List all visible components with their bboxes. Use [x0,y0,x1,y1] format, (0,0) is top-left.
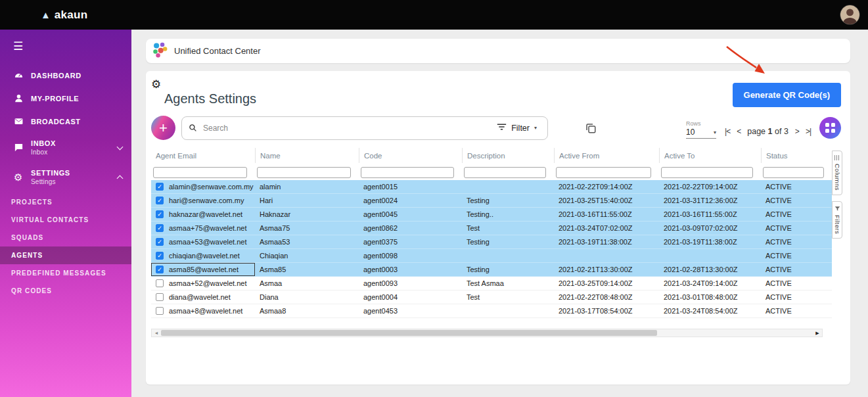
column-filter-input[interactable] [361,167,454,178]
search-icon [189,124,197,132]
column-header[interactable]: Code [359,148,462,163]
table-row[interactable]: ✓alamin@senwave.com.myalaminagent0015202… [151,180,832,194]
filters-tab[interactable]: Filters [832,201,842,239]
row-checkbox[interactable]: ✓ [156,183,164,191]
sidebar-item-my-profile[interactable]: MY-PROFILE [0,87,131,110]
chevron-up-icon [117,175,124,182]
prev-page-button[interactable]: < [737,127,741,136]
table-body: ✓alamin@senwave.com.myalaminagent0015202… [151,180,832,318]
column-filter-input[interactable] [257,167,351,178]
table-header-row: Agent EmailNameCodeDescriptionActive Fro… [151,148,832,163]
horizontal-scrollbar[interactable]: ◄ ▶ [151,329,823,337]
sidebar-item-squads[interactable]: SQUADS [0,229,131,246]
cell-description: Testing [462,194,554,207]
pagination: |< < page 1 of 3 > >| [725,127,811,139]
column-filter-input[interactable] [464,167,546,178]
table-row[interactable]: asmaa+8@wavelet.netAsmaa8agent04532021-0… [151,304,832,318]
row-checkbox[interactable] [156,279,164,287]
filter-cell [255,166,359,178]
cell-name: Hari [255,194,359,207]
cell-active_from: 2021-03-25T15:40:00Z [554,194,659,207]
generate-qr-button[interactable]: Generate QR Code(s) [733,83,841,107]
table-row[interactable]: ✓asma85@wavelet.netAsma85agent0003Testin… [151,263,832,277]
sidebar-item-settings[interactable]: ⚙ SETTINGS Settings [0,162,131,192]
column-header[interactable]: Description [462,148,554,163]
table-row[interactable]: asmaa+52@wavelet.netAsmaaagent0093Test A… [151,277,832,291]
row-checkbox[interactable]: ✓ [156,224,164,232]
table-row[interactable]: diana@wavelet.netDianaagent0004Test2021-… [151,291,832,304]
table-row[interactable]: ✓asmaa+53@wavelet.netAsmaa53agent0375Tes… [151,235,832,249]
copy-icon-button[interactable] [585,122,597,134]
cell-active_from: 2021-03-25T09:14:00Z [554,277,659,290]
last-page-button[interactable]: >| [806,127,811,136]
first-page-button[interactable]: |< [725,127,730,136]
column-header[interactable]: Status [761,148,832,163]
row-checkbox[interactable]: ✓ [156,210,164,218]
table-row[interactable]: ✓haknazar@wavelet.netHaknazaragent0045Te… [151,208,832,222]
table-row[interactable]: ✓hari@senwave.com.myHariagent0024Testing… [151,194,832,208]
filter-button[interactable]: Filter ▾ [486,117,547,139]
table-row[interactable]: ✓asmaa+75@wavelet.netAsmaa75agent0862Tes… [151,222,832,235]
cell-name: Asma85 [255,263,359,276]
row-checkbox[interactable] [156,293,164,301]
cell-active_from: 2021-03-24T07:02:00Z [554,222,659,235]
sidebar-item-agents[interactable]: AGENTS [0,246,131,264]
app-header-bar: Unified Contact Center [146,39,850,63]
dashboard-icon [13,70,24,80]
cell-code: agent0453 [359,304,462,317]
rows-label: Rows [686,120,716,127]
cell-name: Diana [255,291,359,304]
cell-description [462,180,554,193]
cell-email: diana@wavelet.net [151,291,255,304]
cell-status: ACTIVE [761,263,832,276]
filter-cell [151,166,255,178]
row-checkbox[interactable] [156,307,164,315]
scrollbar-thumb[interactable] [161,330,657,336]
next-page-button[interactable]: > [795,127,799,136]
column-filter-input[interactable] [763,167,824,178]
sidebar-item-virtual-contacts[interactable]: VIRTUAL CONTACTS [0,211,131,229]
grid-view-button[interactable] [819,117,841,139]
row-checkbox[interactable]: ✓ [156,238,164,246]
rows-per-page-select[interactable]: Rows 10 ▾ [686,120,716,139]
sidebar-item-projects[interactable]: PROJECTS [0,193,131,211]
scroll-left-icon[interactable]: ◄ [152,331,161,335]
search-input[interactable] [202,123,486,133]
column-header[interactable]: Active From [554,148,659,163]
add-agent-button[interactable]: + [151,116,175,140]
column-header[interactable]: Active To [659,148,761,163]
sidebar-item-qr-codes[interactable]: QR CODES [0,282,131,300]
sidebar-item-dashboard[interactable]: DASHBOARD [0,64,131,87]
cell-active_from [554,249,659,262]
sidebar-item-broadcast[interactable]: BROADCAST [0,110,131,133]
app-logo[interactable]: ▲ akaun [41,9,88,22]
row-checkbox[interactable]: ✓ [156,197,164,204]
table-row[interactable]: ✓chiaqian@wavelet.netChiaqianagent0098AC… [151,249,832,263]
row-checkbox[interactable]: ✓ [156,252,164,260]
column-filter-input[interactable] [153,167,247,178]
row-checkbox[interactable]: ✓ [156,266,164,273]
scroll-right-icon[interactable]: ▶ [813,331,822,335]
filter-cell [659,166,761,178]
user-avatar[interactable] [840,5,860,25]
settings-subnav: PROJECTS VIRTUAL CONTACTS SQUADS AGENTS … [0,193,131,300]
column-header[interactable]: Agent Email [151,148,255,163]
cell-status: ACTIVE [761,304,832,317]
column-filter-input[interactable] [556,167,651,178]
cell-email: ✓asma85@wavelet.net [151,263,255,276]
cell-active_to: 2021-03-01T08:48:00Z [659,291,761,304]
sidebar-item-inbox[interactable]: INBOX Inbox [0,133,131,162]
sidebar-item-predefined-messages[interactable]: PREDEFINED MESSAGES [0,264,131,282]
column-filter-input[interactable] [661,167,753,178]
chat-bubble-icon [13,143,24,152]
menu-icon[interactable]: ☰ [0,30,26,53]
avatar-image [840,5,859,24]
cell-active_to: 2021-03-16T11:55:00Z [659,208,761,221]
chevron-down-icon [117,143,124,150]
cell-code: agent0003 [359,263,462,276]
current-page: 1 [768,127,773,136]
table-filter-row [151,163,832,180]
columns-tab[interactable]: Columns [832,151,842,195]
cell-email: asmaa+52@wavelet.net [151,277,255,290]
column-header[interactable]: Name [255,148,359,163]
